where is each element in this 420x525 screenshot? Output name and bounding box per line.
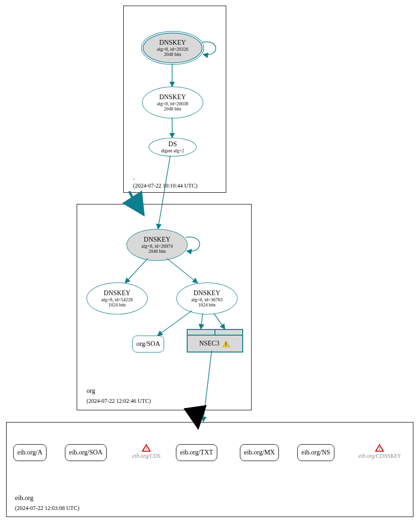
leaf-eib-txt: eib.org/TXT: [176, 444, 217, 461]
dnskey-sub: alg=8, id=20326: [157, 47, 188, 52]
leaf-eib-soa: eib.org/SOA: [65, 444, 107, 461]
zone-root-label: .: [133, 174, 135, 181]
dnskey-title: DNSKEY: [194, 290, 221, 297]
dnskey-sub: alg=8, id=36783: [191, 297, 222, 303]
node-org-zsk2: DNSKEY alg=8, id=36783 1024 bits: [176, 282, 238, 314]
zone-eib-label: eib.org: [15, 494, 33, 502]
node-org-zsk1: DNSKEY alg=8, id=54228 1024 bits: [87, 282, 148, 314]
zone-root-timestamp: (2024-07-22 10:10:44 UTC): [133, 182, 198, 189]
dnskey-title: DNSKEY: [104, 290, 131, 297]
dnskey-title: DNSKEY: [159, 39, 186, 47]
zone-org-timestamp: (2024-07-22 12:02:46 UTC): [87, 398, 151, 405]
leaf-eib-cdnskey: eib.org/CDNSKEY: [358, 444, 401, 460]
leaf-eib-a: eib.org/A: [13, 444, 47, 461]
node-root-ds: DS digest alg=2: [149, 138, 197, 157]
dnskey-sub: 2048 bits: [164, 52, 182, 57]
ds-title: DS: [168, 141, 177, 148]
zone-eib: [6, 422, 413, 517]
node-org-ksk: DNSKEY alg=8, id=26974 2048 bits: [127, 229, 188, 261]
dnskey-sub: 1024 bits: [109, 302, 126, 308]
node-org-soa: org/SOA: [132, 336, 164, 353]
node-nsec3: NSEC3: [187, 329, 243, 353]
dnskey-sub: 2048 bits: [164, 106, 182, 112]
ds-sub: digest alg=2: [161, 148, 184, 154]
leaf-label: eib.org/CDNSKEY: [358, 453, 401, 460]
leaf-eib-mx: eib.org/MX: [240, 444, 279, 461]
dnskey-title: DNSKEY: [144, 236, 171, 243]
zone-eib-timestamp: (2024-07-22 12:03:08 UTC): [15, 505, 79, 512]
dnskey-title: DNSKEY: [159, 94, 186, 101]
error-icon: [142, 444, 151, 452]
leaf-eib-cds: eib.org/CDS: [132, 444, 160, 460]
dnskey-sub: alg=8, id=26974: [142, 243, 173, 249]
nsec3-tabs: [188, 330, 242, 336]
node-root-zsk: DNSKEY alg=8, id=20038 2048 bits: [142, 86, 203, 118]
dnskey-sub: 1024 bits: [198, 302, 216, 308]
error-icon: [375, 444, 384, 452]
nsec3-label: NSEC3: [199, 340, 220, 347]
leaf-label: eib.org/CDS: [132, 453, 160, 460]
node-root-ksk: DNSKEY alg=8, id=20326 2048 bits: [141, 31, 204, 65]
leaf-eib-ns: eib.org/NS: [297, 444, 334, 461]
dnskey-sub: alg=8, id=20038: [157, 101, 188, 107]
dnskey-sub: 2048 bits: [149, 249, 166, 254]
warning-icon: [222, 340, 230, 347]
dnskey-sub: alg=8, id=54228: [102, 297, 133, 303]
zone-org-label: org: [87, 387, 95, 395]
